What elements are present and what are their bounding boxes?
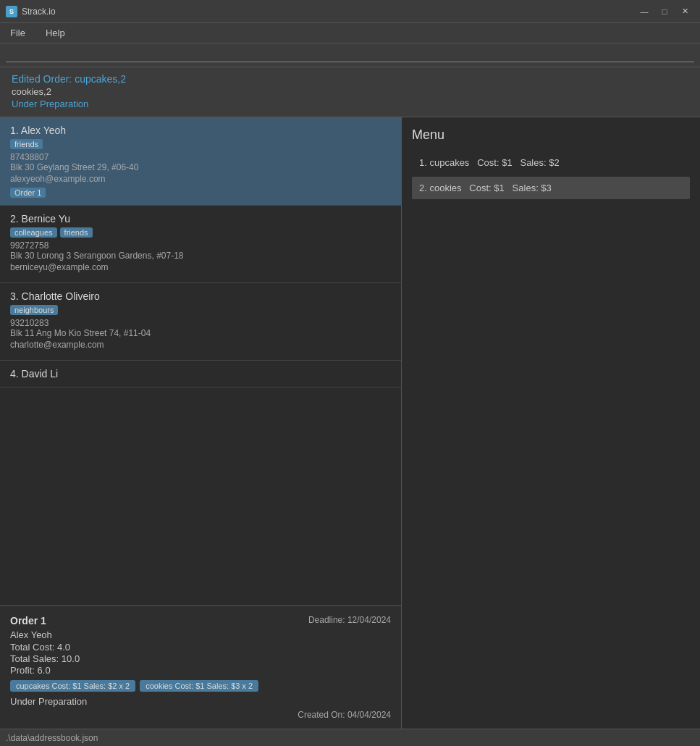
search-input[interactable] (6, 48, 694, 62)
tag-neighbours: neighbours (10, 305, 58, 315)
contact-tags: colleagues friends (10, 227, 391, 238)
main-content: 1. Alex Yeoh friends 87438807 Blk 30 Gey… (0, 117, 700, 729)
order-detail-status: Under Preparation (10, 696, 391, 707)
menu-panel: Menu 1. cupcakes Cost: $1 Sales: $2 2. c… (402, 117, 700, 729)
order-detail-created: Created On: 04/04/2024 (10, 710, 391, 720)
contact-name-value: Alex Yeoh (21, 125, 66, 136)
contacts-panel: 1. Alex Yeoh friends 87438807 Blk 30 Gey… (0, 117, 402, 729)
order-badge-cupcakes: cupcakes Cost: $1 Sales: $2 x 2 (10, 680, 135, 692)
contact-tags: friends (10, 139, 391, 149)
contact-phone: 87438807 (10, 152, 391, 162)
minimize-button[interactable]: — (635, 4, 654, 19)
order-badge-cookies: cookies Cost: $1 Sales: $3 x 2 (140, 680, 258, 692)
contact-index: 4. (10, 368, 22, 380)
order-banner-status: Under Preparation (12, 99, 688, 109)
window-controls: — □ ✕ (635, 4, 694, 19)
contact-item-charlotte-oliveiro[interactable]: 3. Charlotte Oliveiro neighbours 9321028… (0, 283, 401, 361)
menu-panel-title: Menu (412, 127, 690, 143)
tag-friends: friends (60, 227, 93, 238)
contact-phone: 99272758 (10, 240, 391, 251)
order-banner-items: cookies,2 (12, 86, 688, 97)
contact-index: 1. (10, 125, 21, 136)
contact-phone: 93210283 (10, 318, 391, 328)
order-badge: Order 1 (10, 188, 46, 198)
tag-colleagues: colleagues (10, 227, 57, 238)
order-detail-total-sales: Total Sales: 10.0 (10, 653, 391, 664)
order-banner: Edited Order: cupcakes,2 cookies,2 Under… (0, 67, 700, 117)
order-detail-title: Order 1 (10, 615, 46, 626)
title-bar: S Strack.io — □ ✕ (0, 0, 700, 23)
order-detail-customer: Alex Yeoh (10, 629, 391, 640)
contact-name-value: Bernice Yu (22, 213, 70, 225)
maximize-button[interactable]: □ (655, 4, 674, 19)
contact-name: 1. Alex Yeoh (10, 125, 391, 136)
contact-name: 2. Bernice Yu (10, 213, 391, 225)
title-bar-left: S Strack.io (6, 6, 56, 17)
contact-index: 3. (10, 290, 22, 302)
order-detail-deadline: Deadline: 12/04/2024 (308, 615, 391, 626)
contact-address: Blk 30 Geylang Street 29, #06-40 (10, 162, 391, 172)
menu-item-cupcakes[interactable]: 1. cupcakes Cost: $1 Sales: $2 (412, 151, 690, 174)
contacts-list: 1. Alex Yeoh friends 87438807 Blk 30 Gey… (0, 117, 401, 605)
order-detail-total-cost: Total Cost: 4.0 (10, 642, 391, 653)
app-icon-label: S (9, 8, 14, 15)
order-detail-badges: cupcakes Cost: $1 Sales: $2 x 2 cookies … (10, 680, 391, 692)
tag-friends: friends (10, 139, 43, 149)
order-detail-profit: Profit: 6.0 (10, 665, 391, 676)
contact-item-alex-yeoh[interactable]: 1. Alex Yeoh friends 87438807 Blk 30 Gey… (0, 117, 401, 206)
contact-address: Blk 11 Ang Mo Kio Street 74, #11-04 (10, 328, 391, 338)
contact-address: Blk 30 Lorong 3 Serangoon Gardens, #07-1… (10, 251, 391, 261)
order-banner-title: Edited Order: cupcakes,2 (12, 73, 688, 85)
contact-email: alexyeoh@example.com (10, 174, 391, 184)
app-title: Strack.io (22, 7, 56, 17)
search-bar (0, 43, 700, 67)
contact-name: 4. David Li (10, 368, 391, 380)
contact-tags: neighbours (10, 305, 391, 315)
order-detail-panel: Order 1 Deadline: 12/04/2024 Alex Yeoh T… (0, 605, 401, 729)
help-menu[interactable]: Help (41, 26, 69, 40)
close-button[interactable]: ✕ (675, 4, 694, 19)
contact-item-bernice-yu[interactable]: 2. Bernice Yu colleagues friends 9927275… (0, 206, 401, 283)
contact-item-david-li[interactable]: 4. David Li (0, 361, 401, 387)
contact-name-value: David Li (22, 368, 59, 380)
contact-name-value: Charlotte Oliveiro (22, 290, 100, 302)
contact-email: berniceyu@example.com (10, 262, 391, 272)
app-icon: S (6, 6, 17, 17)
menu-bar: File Help (0, 23, 700, 43)
status-bar: .\data\addressbook.json (0, 729, 700, 746)
contact-index: 2. (10, 213, 22, 225)
contact-name: 3. Charlotte Oliveiro (10, 290, 391, 302)
contact-email: charlotte@example.com (10, 340, 391, 350)
file-menu[interactable]: File (6, 26, 30, 40)
order-detail-header: Order 1 Deadline: 12/04/2024 (10, 615, 391, 626)
status-text: .\data\addressbook.json (6, 733, 98, 743)
menu-item-cookies[interactable]: 2. cookies Cost: $1 Sales: $3 (412, 177, 690, 199)
